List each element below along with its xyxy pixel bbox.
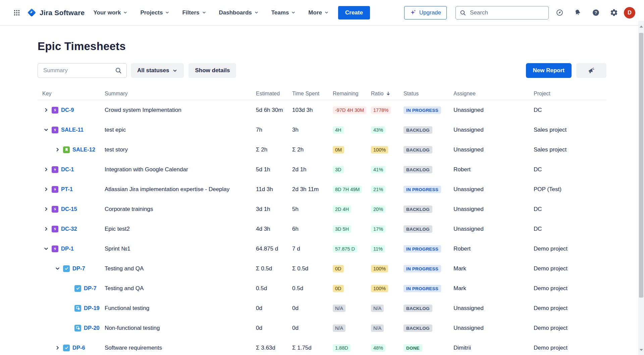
- nav-item-label: Teams: [271, 9, 289, 16]
- issue-summary: Corporate trainings: [105, 206, 256, 213]
- assignee-name: Unassigned: [453, 305, 534, 312]
- show-details-button[interactable]: Show details: [189, 63, 236, 78]
- issue-key-link[interactable]: DP-7: [72, 265, 85, 272]
- expand-chevron[interactable]: [42, 245, 50, 253]
- expand-chevron[interactable]: [42, 126, 50, 134]
- column-header-assignee[interactable]: Assignee: [453, 91, 534, 97]
- help-button[interactable]: ?: [589, 6, 602, 19]
- scroll-up-button[interactable]: [638, 24, 644, 30]
- new-report-button[interactable]: New Report: [526, 63, 572, 78]
- expand-chevron[interactable]: [54, 344, 61, 352]
- issue-key-link[interactable]: DC-15: [61, 206, 77, 212]
- notifications-button[interactable]: [571, 6, 584, 19]
- expand-chevron[interactable]: [42, 166, 50, 173]
- status-lozenge: BACKLOG: [404, 126, 432, 134]
- scrollbar-thumb[interactable]: [639, 33, 643, 298]
- upgrade-button[interactable]: Upgrade: [404, 6, 447, 19]
- expand-chevron[interactable]: [54, 265, 61, 272]
- summary-filter[interactable]: [38, 63, 127, 78]
- table-row[interactable]: DP-7 Testing and QA 0.5d 0.5d 0D 100% IN…: [38, 278, 606, 298]
- table-row[interactable]: DP-7 Testing and QA Σ 0.5d Σ 0.5d 0D 100…: [38, 259, 606, 278]
- nav-item-teams[interactable]: Teams: [271, 9, 296, 16]
- expand-chevron[interactable]: [42, 206, 50, 213]
- settings-button[interactable]: [607, 6, 621, 19]
- remaining-badge: 4H: [333, 126, 344, 134]
- column-header-estimated[interactable]: Estimated: [256, 91, 292, 97]
- table-row[interactable]: DP-20 Non-functional testing 0d 0d N/A N…: [38, 318, 606, 338]
- issue-key-link[interactable]: DP-1: [61, 246, 74, 252]
- table-header-row: Key Summary Estimated Time Spent Remaini…: [38, 87, 606, 100]
- epic-icon: [52, 186, 58, 193]
- issue-key-link[interactable]: DP-6: [72, 345, 85, 351]
- column-header-project[interactable]: Project: [534, 91, 606, 97]
- issue-key-link[interactable]: SALE-11: [61, 127, 84, 133]
- table-row[interactable]: DP-19 Functional testing 0d 0d N/A N/A B…: [38, 298, 606, 318]
- column-header-key[interactable]: Key: [38, 91, 105, 97]
- app-switcher-button[interactable]: [10, 6, 23, 19]
- assignee-name: Unassigned: [453, 127, 534, 133]
- issue-summary: Non-functional testing: [105, 325, 256, 331]
- nav-item-dashboards[interactable]: Dashboards: [219, 9, 259, 16]
- summary-filter-input[interactable]: [43, 67, 115, 74]
- chevron-down-icon: [172, 68, 177, 73]
- nav-item-filters[interactable]: Filters: [182, 9, 206, 16]
- vertical-scrollbar[interactable]: [638, 21, 644, 355]
- remaining-badge: 1.88D: [333, 344, 351, 352]
- estimated-value: 4d 3h: [256, 226, 292, 232]
- expand-chevron[interactable]: [42, 106, 50, 114]
- grid-icon: [13, 9, 21, 17]
- expand-chevron[interactable]: [54, 146, 61, 153]
- ratio-badge: 43%: [371, 126, 385, 134]
- svg-text:?: ?: [594, 10, 597, 15]
- table-row[interactable]: DP-6 Software requirements Σ 3.63d Σ 1.7…: [38, 338, 606, 355]
- table-row[interactable]: SALE-11 test epic 7h 3h 4H 43% BACKLOG U…: [38, 120, 606, 140]
- chevron-down-icon: [291, 10, 296, 15]
- epic-icon: [52, 246, 58, 252]
- column-header-summary[interactable]: Summary: [105, 91, 256, 97]
- issue-key-link[interactable]: DP-7: [84, 285, 97, 292]
- column-header-time-spent[interactable]: Time Spent: [292, 91, 333, 97]
- issue-key-link[interactable]: DC-32: [61, 226, 77, 232]
- issue-key-link[interactable]: DP-20: [84, 325, 100, 331]
- status-filter-dropdown[interactable]: All statuses: [131, 63, 184, 78]
- issue-key-link[interactable]: SALE-12: [72, 146, 95, 153]
- issue-key-link[interactable]: DC-1: [61, 166, 74, 173]
- time-spent-value: 103d 3h: [292, 107, 333, 114]
- status-lozenge: BACKLOG: [404, 225, 432, 233]
- ratio-badge: 20%: [371, 206, 385, 213]
- scroll-down-button[interactable]: [638, 347, 644, 353]
- user-avatar[interactable]: D: [624, 7, 635, 18]
- expand-chevron[interactable]: [42, 186, 50, 193]
- issue-key-link[interactable]: DC-9: [61, 107, 74, 113]
- table-row[interactable]: DC-1 Integration with Google Calendar 5d…: [38, 160, 606, 179]
- global-search[interactable]: [455, 6, 549, 19]
- expand-chevron[interactable]: [42, 225, 50, 233]
- bell-icon: [574, 8, 582, 17]
- nav-item-your-work[interactable]: Your work: [94, 9, 128, 16]
- table-row[interactable]: SALE-12 test story Σ 2h Σ 2h 0M 100% BAC…: [38, 140, 606, 160]
- feedback-button[interactable]: [576, 63, 606, 78]
- table-row[interactable]: DP-1 Sprint №1 64.875 d 7 d 57.875 D 11%…: [38, 239, 606, 259]
- assignee-name: Dimitrii: [453, 345, 534, 351]
- remaining-badge: 57.875 D: [333, 245, 357, 253]
- nav-icon-group: ?: [553, 6, 621, 19]
- column-header-status[interactable]: Status: [404, 91, 453, 97]
- table-row[interactable]: PT-1 Atlassian Jira implementation exper…: [38, 179, 606, 199]
- primary-nav-menu: Your work Projects Filters Dashboards Te…: [94, 9, 329, 16]
- issue-summary: Sprint №1: [105, 246, 256, 252]
- table-row[interactable]: DC-32 Epic test2 4d 3h 6h 3D 5H 17% BACK…: [38, 219, 606, 239]
- table-row[interactable]: DC-15 Corporate trainings 3d 1h 5h 2D 4H…: [38, 199, 606, 219]
- table-row[interactable]: DC-9 Crowd system Implementation 5d 6h 3…: [38, 100, 606, 120]
- column-header-remaining[interactable]: Remaining: [333, 91, 371, 97]
- issue-key-link[interactable]: DP-19: [84, 305, 100, 311]
- jira-logo[interactable]: Jira Software: [27, 8, 85, 17]
- nav-item-more[interactable]: More: [308, 9, 329, 16]
- status-filter-label: All statuses: [137, 67, 169, 74]
- discover-button[interactable]: [553, 6, 566, 19]
- column-header-ratio[interactable]: Ratio: [371, 91, 404, 97]
- create-button[interactable]: Create: [338, 6, 370, 19]
- search-input[interactable]: [469, 9, 544, 16]
- issue-key-link[interactable]: PT-1: [61, 186, 73, 192]
- chevron-down-icon: [165, 10, 169, 15]
- nav-item-projects[interactable]: Projects: [140, 9, 169, 16]
